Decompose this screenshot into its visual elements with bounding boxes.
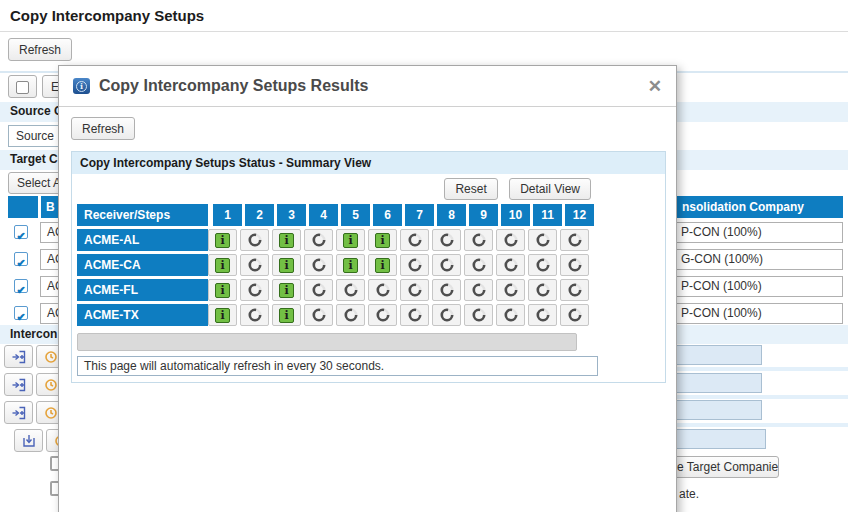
status-cell [368, 279, 397, 301]
add-intercompany-row-button[interactable] [4, 373, 33, 396]
status-cell [528, 229, 557, 251]
step-pending-icon [439, 282, 455, 298]
status-row: ACME-TXii [77, 304, 657, 326]
status-table: Receiver/Steps123456789101112ACME-ALiiii… [77, 204, 657, 326]
status-cell: i [208, 304, 237, 326]
status-cell [432, 254, 461, 276]
auto-refresh-note-text: This page will automatically refresh in … [84, 359, 384, 373]
info-icon: i [73, 78, 90, 94]
step-pending-icon [471, 232, 487, 248]
status-summary-section: Copy Intercompany Setups Status - Summar… [71, 151, 666, 383]
left-header-label: B [46, 200, 55, 214]
status-cell [304, 254, 333, 276]
step-header: 9 [469, 204, 498, 226]
receiver-cell: ACME-CA [77, 254, 208, 276]
status-row: ACME-CAiiii [77, 254, 657, 276]
step-complete-icon: i [215, 283, 230, 298]
page-title: Copy Intercompany Setups [10, 7, 204, 24]
step-pending-icon [311, 232, 327, 248]
status-cell [432, 229, 461, 251]
add-intercompany-row-button[interactable] [4, 401, 33, 424]
source-section-label: Source C [10, 104, 63, 118]
status-cell [528, 304, 557, 326]
step-header: 6 [373, 204, 402, 226]
status-cell [528, 254, 557, 276]
page-refresh-button[interactable]: Refresh [8, 38, 72, 61]
dialog-title: Copy Intercompany Setups Results [99, 77, 368, 95]
status-cell [496, 254, 525, 276]
dialog-body: Refresh Copy Intercompany Setups Status … [59, 107, 676, 393]
step-complete-icon: i [279, 258, 294, 273]
step-complete-icon: i [375, 233, 390, 248]
step-complete-icon: i [215, 233, 230, 248]
reset-button[interactable]: Reset [444, 178, 497, 200]
row-checkbox-checked[interactable] [14, 279, 28, 293]
target-table-checkbox-column-header [8, 196, 38, 218]
status-cell [496, 304, 525, 326]
step-pending-icon [375, 307, 391, 323]
step-pending-icon [503, 232, 519, 248]
results-dialog: i Copy Intercompany Setups Results ✕ Ref… [58, 65, 677, 512]
step-pending-icon [311, 282, 327, 298]
status-cell: i [368, 254, 397, 276]
status-summary-title: Copy Intercompany Setups Status - Summar… [72, 152, 665, 174]
status-cell [336, 304, 365, 326]
step-pending-icon [535, 307, 551, 323]
step-header: 8 [437, 204, 466, 226]
status-cell: i [208, 279, 237, 301]
step-header: 5 [341, 204, 370, 226]
screen: Copy Intercompany Setups Refresh Ex Sour… [0, 0, 848, 512]
receiver-cell: ACME-FL [77, 279, 208, 301]
step-pending-icon [343, 282, 359, 298]
status-cell [240, 254, 269, 276]
step-header: 3 [277, 204, 306, 226]
step-pending-icon [407, 232, 423, 248]
checkbox-unchecked-icon [16, 81, 29, 94]
clock-icon [43, 405, 59, 421]
step-header: 12 [565, 204, 594, 226]
status-row: ACME-ALiiii [77, 229, 657, 251]
status-cell: i [208, 254, 237, 276]
step-pending-icon [247, 307, 263, 323]
status-cell [368, 304, 397, 326]
row-checkbox-checked[interactable] [14, 306, 28, 320]
consolidation-header-label: nsolidation Company [682, 200, 804, 214]
auto-refresh-note: This page will automatically refresh in … [77, 356, 598, 376]
step-pending-icon [535, 282, 551, 298]
section-toolbar: Reset Detail View [77, 178, 657, 202]
status-cell [432, 279, 461, 301]
detail-view-button[interactable]: Detail View [509, 178, 591, 200]
step-pending-icon [471, 282, 487, 298]
add-intercompany-row-button[interactable] [4, 345, 33, 368]
step-pending-icon [247, 282, 263, 298]
step-pending-icon [567, 232, 583, 248]
consolidation-company-value: P-CON (100%) [681, 279, 762, 293]
step-header: 11 [533, 204, 562, 226]
step-pending-icon [439, 257, 455, 273]
status-cell [496, 279, 525, 301]
row-checkbox-checked[interactable] [14, 225, 28, 239]
info-icon-glyph: i [80, 82, 83, 90]
info-icon-circle: i [76, 81, 87, 92]
add-intercompany-row-button[interactable] [14, 429, 43, 452]
step-pending-icon [471, 257, 487, 273]
step-complete-icon: i [279, 233, 294, 248]
add-row-icon [11, 349, 27, 365]
add-row-icon [11, 405, 27, 421]
dialog-header: i Copy Intercompany Setups Results ✕ [59, 66, 676, 107]
close-icon[interactable]: ✕ [648, 78, 662, 95]
status-summary-content: Reset Detail View Receiver/Steps12345678… [72, 174, 665, 382]
status-cell [240, 229, 269, 251]
select-all-checkbox-button[interactable] [8, 75, 37, 98]
status-cell [400, 279, 429, 301]
status-cell [464, 279, 493, 301]
clock-icon [43, 377, 59, 393]
step-pending-icon [247, 257, 263, 273]
status-header-row: Receiver/Steps123456789101112 [77, 204, 657, 226]
consolidation-company-value: P-CON (100%) [681, 225, 762, 239]
modal-refresh-button[interactable]: Refresh [71, 117, 135, 140]
step-complete-icon: i [343, 233, 358, 248]
step-complete-icon: i [279, 283, 294, 298]
title-divider [0, 31, 848, 32]
row-checkbox-checked[interactable] [14, 252, 28, 266]
